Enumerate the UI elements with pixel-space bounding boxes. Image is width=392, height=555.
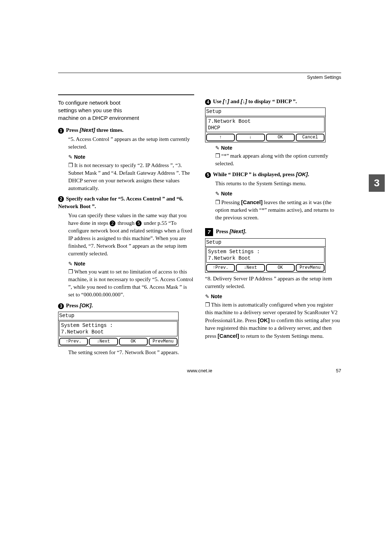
- step-1-head: 1 Press [Next] three times.: [58, 126, 194, 134]
- s7-pre: Press: [216, 228, 230, 234]
- lcd4-inner: 7.Network Boot DHCP: [206, 117, 324, 132]
- s4-post: to display “ DHCP ”.: [247, 98, 297, 104]
- config-section-title: To configure network boot settings when …: [58, 94, 194, 122]
- step-4-badge: 4: [205, 99, 211, 105]
- page-number: 57: [212, 368, 341, 373]
- header-section-title: System Settings: [58, 74, 341, 80]
- footer-url: www.cnet.ie: [187, 368, 212, 373]
- step-5-badge: 5: [205, 172, 211, 178]
- step-3-head: 3 Press [OK].: [58, 301, 194, 309]
- s7-after: “8. Delivery Server IP Address ” appears…: [205, 275, 341, 290]
- s7-post: .: [245, 228, 246, 234]
- s5-pre: While “ DHCP ” is displayed, press: [213, 171, 296, 177]
- lcd7-ok-button[interactable]: OK: [266, 264, 295, 272]
- lcd3-inner: System Settings : 7.Network Boot: [59, 321, 177, 336]
- s4-mid: and: [229, 98, 241, 104]
- lcd7-title: Setup: [205, 239, 325, 247]
- step-3-badge: 3: [58, 303, 64, 309]
- s7-nc: to return to the System Settings menu.: [239, 333, 324, 339]
- s2-ref1: 2: [110, 220, 115, 226]
- lcd3-prevmenu-button[interactable]: PrevMenu: [149, 338, 177, 345]
- s1-note-head: Note: [68, 154, 194, 161]
- lcd3-title: Setup: [58, 312, 178, 320]
- s3-after: The setting screen for “7. Network Boot …: [68, 349, 194, 356]
- lcd7-l2: 7.Network Boot: [208, 255, 323, 262]
- lcd4-down-button[interactable]: ↓: [236, 134, 265, 141]
- s3-post: .: [91, 303, 93, 308]
- step-1-body: “5. Access Control ” appears as the setu…: [68, 135, 194, 151]
- s2-head-txt: Specify each value for “5. Access Contro…: [58, 196, 183, 209]
- s2-ref2: 5: [136, 220, 142, 226]
- lcd-step3: Setup System Settings : 7.Network Boot ↑…: [58, 312, 179, 347]
- s5-nk: [Cancel]: [241, 199, 262, 205]
- lcd7-prev-button[interactable]: ↑Prev.: [206, 264, 235, 272]
- step-2-badge: 2: [58, 196, 64, 202]
- s7-k2: [Cancel]: [218, 333, 239, 339]
- lcd4-l1: 7.Network Boot: [208, 118, 323, 125]
- s1-key: [Next]: [79, 127, 95, 133]
- s5-na: Pressing: [215, 199, 241, 205]
- lcd3-prev-button[interactable]: ↑Prev.: [59, 338, 88, 345]
- lcd4-ok-button[interactable]: OK: [266, 134, 295, 141]
- step-4-head: 4 Use [↑] and [↓] to display “ DHCP ”.: [205, 97, 341, 105]
- chapter-tab: 3: [369, 174, 385, 192]
- lcd4-cancel-button[interactable]: Cancel: [296, 134, 324, 141]
- title-l1: To configure network boot: [58, 100, 121, 106]
- lcd3-next-button[interactable]: ↓Next: [89, 338, 118, 345]
- s7-note-body: This item is automatically configured wh…: [205, 301, 341, 340]
- s1-pre: Press: [66, 127, 80, 133]
- title-l3: machine on a DHCP environment: [58, 115, 139, 121]
- s4-note-head: Note: [215, 145, 341, 152]
- s5-post: .: [308, 171, 309, 177]
- s2-bb: through: [116, 220, 136, 226]
- lcd4-title: Setup: [205, 108, 325, 116]
- title-l2: settings when you use this: [58, 107, 122, 113]
- s5-body: This returns to the System Settings menu…: [215, 180, 341, 187]
- step-5-head: 5 While “ DHCP ” is displayed, press [OK…: [205, 170, 341, 178]
- lcd7-buttons: ↑Prev. ↓Next OK PrevMenu: [205, 263, 325, 272]
- lcd7-inner: System Settings : 7.Network Boot: [206, 247, 324, 263]
- lcd3-l2: 7.Network Boot: [61, 329, 176, 335]
- lcd4-l2: DHCP: [208, 125, 323, 131]
- s4-k1: [↑]: [223, 98, 229, 104]
- s4-note-body: “*” mark appears along with the option c…: [215, 152, 341, 167]
- s3-pre: Press: [66, 303, 80, 308]
- s3-key: [OK]: [79, 302, 91, 308]
- lcd7-next-button[interactable]: ↓Next: [236, 264, 265, 272]
- s5-note-body: Pressing [Cancel] leaves the setting as …: [215, 198, 341, 222]
- s2-note-head: Note: [68, 260, 194, 268]
- s5-note-head: Note: [215, 190, 341, 198]
- step-1-badge: 1: [58, 128, 64, 134]
- s1-post: three times.: [95, 127, 123, 133]
- lcd4-buttons: ↑ ↓ OK Cancel: [205, 133, 325, 142]
- lcd7-l1: System Settings :: [208, 248, 323, 255]
- s1-note-body: It is not necessary to specify “2. IP Ad…: [68, 162, 194, 192]
- lcd3-ok-button[interactable]: OK: [119, 338, 148, 345]
- lcd-step7: Setup System Settings : 7.Network Boot ↑…: [205, 238, 326, 273]
- s7-k1: [OK]: [258, 317, 270, 323]
- s7-key: [Next]: [229, 228, 245, 234]
- s2-note-body: When you want to set no limitation of ac…: [68, 268, 194, 299]
- s4-pre: Use: [213, 98, 223, 104]
- step-2-body: You can specify these values in the same…: [68, 212, 194, 258]
- step-7-badge: 7: [205, 228, 213, 236]
- s5-key: [OK]: [296, 171, 308, 177]
- lcd7-prevmenu-button[interactable]: PrevMenu: [296, 264, 324, 272]
- s4-k2: [↓]: [241, 98, 247, 104]
- lcd3-buttons: ↑Prev. ↓Next OK PrevMenu: [58, 337, 178, 346]
- step-2-head: 2 Specify each value for “5. Access Cont…: [58, 195, 194, 210]
- lcd-step4: Setup 7.Network Boot DHCP ↑ ↓ OK Cancel: [205, 108, 326, 142]
- lcd3-l1: System Settings :: [61, 322, 176, 329]
- s7-note-head: Note: [205, 293, 341, 300]
- step-7-head: 7 Press [Next].: [205, 227, 341, 236]
- header-rule: [58, 73, 341, 73]
- lcd4-up-button[interactable]: ↑: [206, 134, 235, 141]
